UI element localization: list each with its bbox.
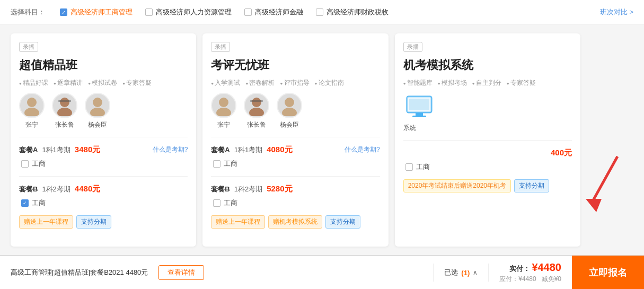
bottom-price-area: 实付： ¥4480 应付：¥4480 减免¥0 [489, 257, 572, 288]
svg-rect-4 [58, 100, 71, 102]
red-arrow-icon [586, 151, 628, 215]
subject-jinrong-label: 高级经济师金融 [255, 7, 303, 17]
avatar-zhangning-2 [211, 93, 236, 118]
cb-empty-1a [21, 160, 29, 168]
card-jikaomoni: 录播 机考模拟系统 智能题库 模拟考场 自主判分 专家答疑 [395, 33, 580, 247]
teacher-yangchen-1: 杨会臣 [85, 93, 110, 129]
card-jikaomoni-title: 机考模拟系统 [403, 57, 572, 73]
card-kaopinwuyou: 录播 考评无忧班 入学测试 密卷解析 评审指导 论文指南 张宁 [202, 33, 388, 247]
svg-point-2 [60, 98, 69, 107]
bottom-info: 高级工商管理[超值精品班]套餐B2021 4480元 查看详情 [0, 261, 433, 284]
page-wrapper: 选择科目： 高级经济师工商管理 高级经济师人力资源管理 高级经济师金融 高级经济… [0, 0, 644, 289]
card-chaozhi: 录播 超值精品班 精品好课 逐章精讲 模拟试卷 专家答疑 张宁 [11, 33, 196, 247]
pkg-a-desc-1: 1科1考期 [42, 145, 70, 155]
teacher-zhanglu-1: 张长鲁 [52, 93, 77, 129]
subject-caishui[interactable]: 高级经济师财政税收 [316, 7, 389, 17]
teacher-name-1c: 杨会臣 [88, 120, 107, 129]
svg-point-12 [285, 98, 294, 107]
system-label: 系统 [403, 124, 416, 133]
card-chaozhi-title: 超值精品班 [19, 57, 188, 73]
detail-button[interactable]: 查看详情 [158, 265, 204, 280]
should-pay: 应付：¥4480 [499, 275, 536, 283]
bottom-selected-area[interactable]: 已选 (1) ∧ [433, 264, 489, 282]
package-a-chaozhi: 套餐A 1科1考期 3480元 什么是考期? 工商 [19, 145, 188, 169]
svg-point-10 [249, 108, 264, 116]
pkg-b-item-1[interactable]: 工商 [19, 198, 188, 208]
card-kaopinwuyou-tag: 录播 [211, 42, 230, 52]
card-jikaomoni-features: 智能题库 模拟考场 自主判分 专家答疑 [403, 78, 572, 87]
pkg-b-item-2[interactable]: 工商 [211, 198, 380, 208]
arrow-area [580, 33, 633, 247]
computer-icon [403, 93, 435, 121]
pkg-a-item-2[interactable]: 工商 [211, 159, 380, 169]
pkg-a-name-1: 套餐A [19, 145, 38, 155]
package-b-kp: 套餐B 1科2考期 5280元 工商 [211, 184, 380, 208]
checkbox-gongshang [60, 8, 67, 16]
pkg-b-price-1: 4480元 [75, 184, 100, 194]
pkg-item-3[interactable]: 工商 [403, 162, 572, 172]
teachers-chaozhi: 张宁 张长鲁 [19, 93, 188, 129]
pkg-a-price-2: 4080元 [267, 145, 292, 155]
teacher-zhangning-2: 张宁 [211, 93, 236, 129]
svg-point-5 [93, 98, 102, 107]
checkbox-renli [145, 8, 153, 16]
avatar-yangchen-2 [277, 93, 302, 118]
cb-blue-1b [21, 199, 29, 207]
actual-price-value: ¥4480 [532, 261, 561, 273]
subject-jinrong[interactable]: 高级经济师金融 [244, 7, 303, 17]
teacher-name-2a: 张宁 [217, 120, 230, 129]
svg-rect-16 [416, 112, 423, 116]
teacher-zhanglu-2: 张长鲁 [244, 93, 269, 129]
subject-renli[interactable]: 高级经济师人力资源管理 [145, 7, 232, 17]
pkg-a-link-1[interactable]: 什么是考期? [153, 145, 188, 154]
avatar-zhanglu-1 [52, 93, 77, 118]
discount-info: 应付：¥4480 减免¥0 [499, 275, 561, 284]
teacher-name-1b: 张长鲁 [55, 120, 74, 129]
teacher-name-1a: 张宁 [25, 120, 38, 129]
pkg-a-item-1[interactable]: 工商 [19, 159, 188, 169]
avatar-zhanglu-2 [244, 93, 269, 118]
package-jikaomoni: 400元 工商 [403, 148, 572, 172]
pkg-a-price-1: 3480元 [75, 145, 100, 155]
svg-rect-11 [250, 100, 263, 102]
card-kaopinwuyou-features: 入学测试 密卷解析 评审指导 论文指南 [211, 78, 380, 87]
teacher-name-2b: 张长鲁 [247, 120, 266, 129]
teacher-yangchen-2: 杨会臣 [277, 93, 302, 129]
subject-gongshang-label: 高级经济师工商管理 [70, 7, 133, 17]
svg-point-0 [27, 98, 37, 107]
svg-point-3 [57, 108, 72, 116]
svg-point-8 [216, 108, 231, 116]
register-button[interactable]: 立即报名 [572, 256, 644, 289]
checkbox-jinrong [244, 8, 252, 16]
bottom-bar: 高级工商管理[超值精品班]套餐B2021 4480元 查看详情 已选 (1) ∧… [0, 255, 644, 289]
svg-point-6 [90, 108, 105, 116]
pkg-b-name-1: 套餐B [19, 185, 38, 194]
cb-empty-3 [405, 163, 413, 171]
promo-1a: 赠送上一年课程 [19, 215, 73, 229]
svg-point-13 [282, 108, 297, 116]
pkg-b-price-2: 5280元 [267, 184, 292, 194]
card-chaozhi-tag: 录播 [19, 42, 38, 52]
compare-link[interactable]: 班次对比 > [600, 7, 633, 17]
subject-gongshang[interactable]: 高级经济师工商管理 [60, 7, 133, 17]
svg-point-1 [24, 108, 39, 116]
subject-caishui-label: 高级经济师财政税收 [327, 7, 389, 17]
teacher-name-2c: 杨会臣 [280, 120, 299, 129]
pkg-a-link-2[interactable]: 什么是考期? [345, 145, 380, 154]
subject-bar: 选择科目： 高级经济师工商管理 高级经济师人力资源管理 高级经济师金融 高级经济… [0, 0, 644, 25]
system-icon-area: 系统 [403, 93, 572, 133]
actual-price: 实付： ¥4480 [509, 261, 561, 274]
svg-point-9 [252, 98, 261, 107]
promo-3b: 支持分期 [514, 179, 549, 192]
pkg-a-name-2: 套餐A [211, 145, 230, 155]
bottom-product-label: 高级工商管理[超值精品班]套餐B2021 4480元 [11, 268, 148, 277]
card-jikaomoni-tag: 录播 [403, 42, 422, 52]
discount-label: 减免¥0 [542, 275, 561, 283]
svg-rect-17 [412, 116, 426, 117]
teachers-kp: 张宁 张长鲁 [211, 93, 380, 129]
promo-3a: 2020年考试结束后赠送2020年机考 [403, 179, 511, 192]
cb-empty-2a [213, 160, 220, 168]
promo-tags-3: 2020年考试结束后赠送2020年机考 支持分期 [403, 179, 572, 192]
avatar-yangchen-1 [85, 93, 110, 118]
card-chaozhi-features: 精品好课 逐章精讲 模拟试卷 专家答疑 [19, 78, 188, 87]
